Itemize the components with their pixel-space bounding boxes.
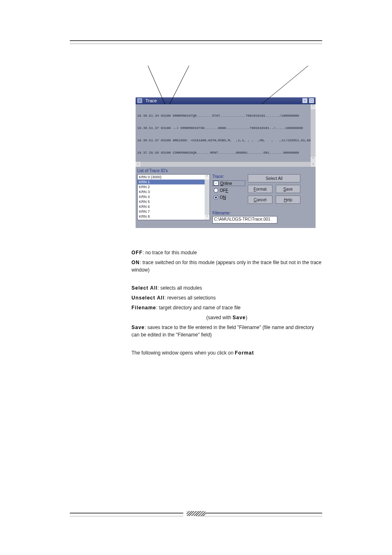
select-all-term: Select All	[131, 285, 158, 291]
svg-line-2	[259, 66, 308, 105]
format-intro: The following window opens when you clic…	[131, 350, 235, 356]
online-label: Online	[220, 181, 232, 186]
select-all-button[interactable]: Select All	[248, 174, 300, 182]
scroll-down-icon[interactable]: ˅	[205, 215, 210, 220]
list-item[interactable]: KRN 4	[138, 194, 210, 199]
filename-label: Filename:	[212, 211, 245, 215]
on-desc: trace switched on for this module (appea…	[131, 260, 321, 273]
log-line: 19.36.51.37 03100 AMU1080: <H1A1A00,ASYN…	[137, 138, 314, 143]
on-radio-row[interactable]: ON	[212, 195, 245, 200]
format-term: Format	[235, 350, 254, 356]
trace-id-listbox[interactable]: KRN 0 (3000) KRN 1 KRN 2 KRN 3 KRN 4 KRN…	[137, 174, 210, 220]
cancel-button[interactable]: Cancel	[248, 196, 272, 204]
scroll-down-icon[interactable]: ˅	[311, 157, 316, 162]
on-label: ON	[220, 195, 226, 200]
save-desc: saves trace to the file entered in the f…	[131, 325, 314, 338]
page-center-ornament	[187, 511, 205, 516]
scroll-right-icon[interactable]: ›	[311, 162, 316, 167]
save-term: Save	[131, 325, 145, 330]
filename-term: Filename	[131, 305, 156, 311]
log-horizontal-scrollbar[interactable]: ‹ ›	[136, 162, 316, 167]
radio-icon	[214, 195, 218, 200]
list-item[interactable]: KRN 5	[138, 199, 210, 204]
trace-log-area: 19.36.51.34 03100 KRNKRN0107QN........ST…	[136, 104, 316, 162]
list-item[interactable]: KRN 7	[138, 209, 210, 214]
trace-options-group: Trace: ✓ Online OFF ON	[212, 174, 245, 223]
page-top-rule	[70, 40, 322, 44]
format-button[interactable]: Format	[248, 185, 272, 193]
scroll-up-icon[interactable]: ˄	[311, 104, 316, 109]
save-term-inline: Save	[233, 315, 246, 320]
filename-desc-2: (saved with	[206, 315, 233, 320]
scroll-up-icon[interactable]: ˄	[205, 175, 210, 180]
scroll-left-icon[interactable]: ‹	[136, 162, 141, 167]
unselect-all-term: Unselect All	[131, 295, 164, 301]
list-item[interactable]: KRN 3	[138, 189, 210, 194]
off-desc: no trace for this module	[145, 250, 197, 256]
log-line: 19.36.51.37 03100 --> KRNKRN0107SN......…	[137, 126, 314, 130]
filename-desc-3: )	[246, 315, 247, 320]
radio-icon	[214, 188, 218, 193]
log-vertical-scrollbar[interactable]: ˄ ˅	[311, 104, 316, 162]
on-term: ON	[131, 260, 140, 265]
list-item[interactable]: KRN 0 (3000)	[138, 175, 210, 180]
filename-desc-1: target directory and name of trace file	[159, 305, 241, 311]
checkbox-icon: ✓	[214, 181, 219, 186]
log-line: 19.37.28.56 03100 CONKRN0020QN.......MON…	[137, 151, 314, 155]
list-item[interactable]: KRN 6	[138, 204, 210, 209]
log-line: 19.36.51.34 03100 KRNKRN0107QN........ST…	[137, 114, 314, 118]
off-radio-row[interactable]: OFF	[212, 188, 245, 193]
svg-line-0	[148, 66, 165, 105]
list-item[interactable]: KRN 8	[138, 214, 210, 219]
trace-id-list-label: List of Trace ID's	[137, 168, 314, 173]
controls-area: List of Trace ID's KRN 0 (3000) KRN 1 KR…	[136, 167, 316, 228]
callout-lines	[136, 64, 316, 97]
off-term: OFF	[131, 250, 143, 256]
trace-window: v Trace ▫ □ 19.36.51.34 03100 KRNKRN0107…	[136, 64, 316, 228]
unselect-all-desc: reverses all selections	[167, 295, 216, 301]
off-label: OFF	[220, 188, 228, 193]
help-button[interactable]: Help	[276, 196, 300, 204]
save-button[interactable]: Save	[276, 185, 300, 193]
select-all-desc: selects all modules	[160, 285, 202, 291]
list-scrollbar[interactable]: ˄ ˅	[205, 175, 210, 220]
list-item[interactable]: KRN 1	[138, 180, 210, 184]
right-pane: Trace: ✓ Online OFF ON	[212, 174, 314, 223]
svg-line-1	[169, 66, 189, 105]
trace-group-label: Trace:	[212, 174, 245, 179]
body-text: OFF: no trace for this module ON: trace …	[131, 246, 322, 359]
button-grid: Select All Format Save Cancel Help	[248, 174, 300, 223]
list-item[interactable]: KRN 2	[138, 184, 210, 189]
online-checkbox-row[interactable]: ✓ Online	[212, 180, 245, 186]
